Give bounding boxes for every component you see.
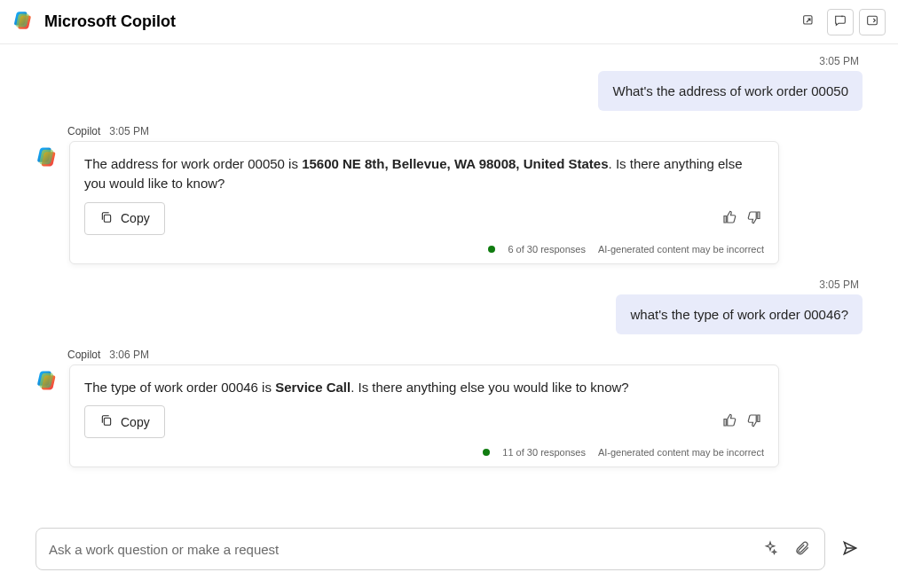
ai-disclaimer: AI-generated content may be incorrect <box>598 447 764 458</box>
send-button[interactable] <box>838 536 863 563</box>
status-dot-icon <box>483 449 490 456</box>
bot-timestamp: 3:05 PM <box>109 125 149 137</box>
copy-icon <box>99 210 114 227</box>
sparkle-icon <box>762 545 778 559</box>
user-timestamp: 3:05 PM <box>819 55 859 67</box>
thumbs-up-icon <box>721 215 737 228</box>
copilot-logo-icon <box>12 9 35 35</box>
svg-rect-2 <box>104 215 110 222</box>
copilot-avatar-icon <box>35 145 60 169</box>
copy-label: Copy <box>121 415 150 429</box>
bot-text: The address for work order 00050 is 1560… <box>84 154 764 193</box>
thumbs-up-icon <box>721 418 737 431</box>
bot-text: The type of work order 00046 is Service … <box>84 378 764 397</box>
app-title: Microsoft Copilot <box>44 12 176 31</box>
copy-label: Copy <box>121 211 150 225</box>
open-external-icon <box>801 13 815 30</box>
bot-card: The type of work order 00046 is Service … <box>69 365 779 468</box>
status-dot-icon <box>488 246 495 253</box>
user-message: 3:05 PM what's the type of work order 00… <box>35 278 863 334</box>
composer-input[interactable] <box>47 541 759 558</box>
svg-rect-3 <box>104 419 110 426</box>
composer <box>35 528 825 570</box>
feedback-actions <box>721 412 762 431</box>
composer-area <box>0 517 898 588</box>
new-chat-button[interactable] <box>827 9 854 35</box>
send-icon <box>841 546 859 560</box>
bot-card: The address for work order 00050 is 1560… <box>69 141 779 264</box>
header-actions <box>795 9 886 35</box>
bot-sender: Copilot <box>67 349 100 361</box>
bot-sender: Copilot <box>67 125 100 137</box>
thumbs-down-icon <box>746 215 762 228</box>
copilot-avatar-icon <box>35 368 60 393</box>
user-bubble: What's the address of work order 00050 <box>598 71 863 111</box>
response-counter: 6 of 30 responses <box>508 244 585 255</box>
chat-sparkle-icon <box>833 13 847 30</box>
user-message: 3:05 PM What's the address of work order… <box>35 55 863 111</box>
bot-message: Copilot 3:05 PM The address for work ord… <box>35 125 863 264</box>
open-external-button[interactable] <box>795 9 822 35</box>
user-bubble: what's the type of work order 00046? <box>616 294 863 334</box>
chat-transcript: 3:05 PM What's the address of work order… <box>0 44 898 517</box>
sparkle-prompt-button[interactable] <box>759 537 782 562</box>
user-timestamp: 3:05 PM <box>819 278 859 291</box>
copy-button[interactable]: Copy <box>84 202 165 235</box>
bot-timestamp: 3:06 PM <box>109 349 149 361</box>
copy-icon <box>99 413 114 430</box>
thumbs-up-button[interactable] <box>721 412 737 431</box>
svg-rect-0 <box>804 16 812 24</box>
header: Microsoft Copilot <box>0 0 898 44</box>
expand-panel-button[interactable] <box>859 9 886 35</box>
response-counter: 11 of 30 responses <box>502 447 586 458</box>
thumbs-down-button[interactable] <box>746 209 762 228</box>
attach-button[interactable] <box>791 537 814 562</box>
panel-expand-icon <box>865 13 879 30</box>
paperclip-icon <box>794 545 810 559</box>
bot-message: Copilot 3:06 PM The type of work order 0… <box>35 349 863 468</box>
thumbs-up-button[interactable] <box>721 209 737 228</box>
ai-disclaimer: AI-generated content may be incorrect <box>598 244 764 255</box>
app-branding: Microsoft Copilot <box>12 9 176 35</box>
feedback-actions <box>721 209 762 228</box>
copy-button[interactable]: Copy <box>84 405 165 438</box>
thumbs-down-button[interactable] <box>746 412 762 431</box>
thumbs-down-icon <box>746 418 762 431</box>
